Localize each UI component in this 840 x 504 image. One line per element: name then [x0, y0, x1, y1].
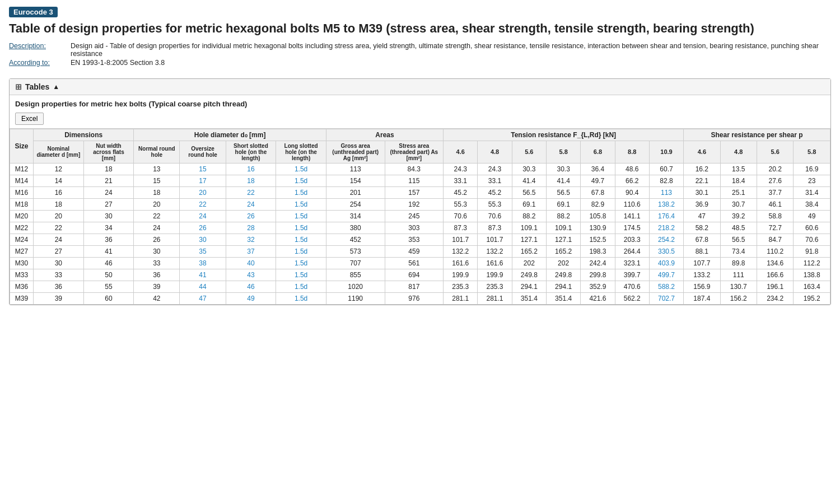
- table-cell: 130.9: [581, 222, 615, 234]
- table-cell: 38.4: [794, 198, 830, 210]
- table-cell: 87.3: [478, 222, 512, 234]
- table-cell: 30.1: [684, 186, 720, 198]
- table-cell: 41.4: [512, 175, 546, 186]
- excel-button[interactable]: Excel: [15, 113, 44, 125]
- table-cell: 1.5d: [276, 292, 326, 304]
- table-cell: 73.4: [720, 245, 757, 257]
- table-row: M3939604247491.5d1190976281.1281.1351.43…: [10, 292, 830, 304]
- table-cell: 138.8: [794, 269, 830, 281]
- table-row: M2727413035371.5d573459132.2132.2165.216…: [10, 245, 830, 257]
- table-row: M2424362630321.5d452353101.7101.7127.112…: [10, 234, 830, 245]
- table-cell: M14: [10, 175, 34, 186]
- table-row: M2222342426281.5d38030387.387.3109.1109.…: [10, 222, 830, 234]
- table-row: M3030463338401.5d707561161.6161.62022022…: [10, 257, 830, 269]
- table-cell: 1.5d: [276, 175, 326, 186]
- table-cell: 70.6: [794, 234, 830, 245]
- table-cell: M12: [10, 163, 34, 175]
- short-slotted-hole-header: Short slotted hole (on the length): [226, 141, 276, 163]
- table-cell: 499.7: [649, 269, 683, 281]
- table-cell: 132.2: [478, 245, 512, 257]
- table-cell: 165.2: [546, 245, 580, 257]
- t109-header: 10.9: [649, 141, 683, 163]
- table-cell: 156.2: [720, 292, 757, 304]
- table-cell: 249.8: [546, 269, 580, 281]
- table-cell: 28: [226, 222, 276, 234]
- table-cell: 67.8: [684, 234, 720, 245]
- table-cell: 249.8: [512, 269, 546, 281]
- table-cell: 20: [134, 198, 180, 210]
- table-cell: 18: [226, 175, 276, 186]
- table-wrapper: Size Dimensions Hole diameter d₀ [mm] Ar…: [10, 128, 830, 305]
- table-cell: 192: [385, 198, 444, 210]
- chevron-up-icon: ▲: [53, 83, 59, 91]
- eurocode-badge: Eurocode 3: [9, 7, 58, 17]
- table-cell: 70.6: [444, 210, 478, 222]
- header-section: Eurocode 3 Table of design properties fo…: [0, 0, 840, 74]
- table-cell: 1.5d: [276, 222, 326, 234]
- table-cell: M36: [10, 281, 34, 292]
- table-cell: 26: [134, 234, 180, 245]
- tables-header-label: Tables: [25, 82, 49, 91]
- table-cell: 82.8: [649, 175, 683, 186]
- table-cell: 69.1: [512, 198, 546, 210]
- table-cell: M33: [10, 269, 34, 281]
- table-cell: 30: [134, 245, 180, 257]
- stress-area-header: Stress area (threaded part) As [mm²]: [385, 141, 444, 163]
- table-cell: 56.5: [720, 234, 757, 245]
- table-cell: 30: [34, 257, 84, 269]
- table-cell: M39: [10, 292, 34, 304]
- table-cell: 470.6: [615, 281, 649, 292]
- table-cell: 47: [684, 210, 720, 222]
- table-cell: 47: [180, 292, 226, 304]
- table-cell: 399.7: [615, 269, 649, 281]
- table-cell: 22: [180, 198, 226, 210]
- main-title: Table of design properties for metric he…: [9, 21, 831, 37]
- table-cell: 35: [180, 245, 226, 257]
- table-cell: 105.8: [581, 210, 615, 222]
- table-cell: 254: [326, 198, 385, 210]
- t58-header: 5.8: [546, 141, 580, 163]
- table-cell: 294.1: [546, 281, 580, 292]
- table-cell: 27: [34, 245, 84, 257]
- table-cell: 37.7: [757, 186, 793, 198]
- table-cell: 707: [326, 257, 385, 269]
- table-cell: 24: [134, 222, 180, 234]
- table-cell: 66.2: [615, 175, 649, 186]
- table-cell: 161.6: [478, 257, 512, 269]
- table-cell: 26: [226, 210, 276, 222]
- table-cell: 14: [34, 175, 84, 186]
- table-cell: 380: [326, 222, 385, 234]
- table-cell: 134.6: [757, 257, 793, 269]
- table-cell: 452: [326, 234, 385, 245]
- table-cell: 23: [794, 175, 830, 186]
- table-cell: 132.2: [444, 245, 478, 257]
- table-cell: 32: [226, 234, 276, 245]
- table-cell: 41: [180, 269, 226, 281]
- table-cell: M18: [10, 198, 34, 210]
- table-cell: 421.6: [581, 292, 615, 304]
- table-cell: 161.6: [444, 257, 478, 269]
- table-cell: 56.5: [512, 186, 546, 198]
- table-cell: 49.7: [581, 175, 615, 186]
- table-cell: 88.1: [684, 245, 720, 257]
- table-cell: 55.3: [444, 198, 478, 210]
- table-cell: 202: [546, 257, 580, 269]
- table-cell: 27: [83, 198, 134, 210]
- table-cell: 72.7: [757, 222, 793, 234]
- table-cell: 21: [83, 175, 134, 186]
- table-cell: 67.8: [581, 186, 615, 198]
- table-row: M3636553944461.5d1020817235.3235.3294.12…: [10, 281, 830, 292]
- table-cell: 235.3: [444, 281, 478, 292]
- table-cell: 22.1: [684, 175, 720, 186]
- table-cell: 1.5d: [276, 234, 326, 245]
- table-cell: 24: [180, 210, 226, 222]
- table-cell: 30: [83, 210, 134, 222]
- s58-header: 5.8: [794, 141, 830, 163]
- table-cell: 36: [134, 269, 180, 281]
- grid-icon: ⊞: [15, 82, 22, 91]
- table-cell: 55.3: [478, 198, 512, 210]
- table-cell: 561: [385, 257, 444, 269]
- table-row: M1212181315161.5d11384.324.324.330.330.3…: [10, 163, 830, 175]
- table-cell: 18: [83, 163, 134, 175]
- table-cell: 43: [226, 269, 276, 281]
